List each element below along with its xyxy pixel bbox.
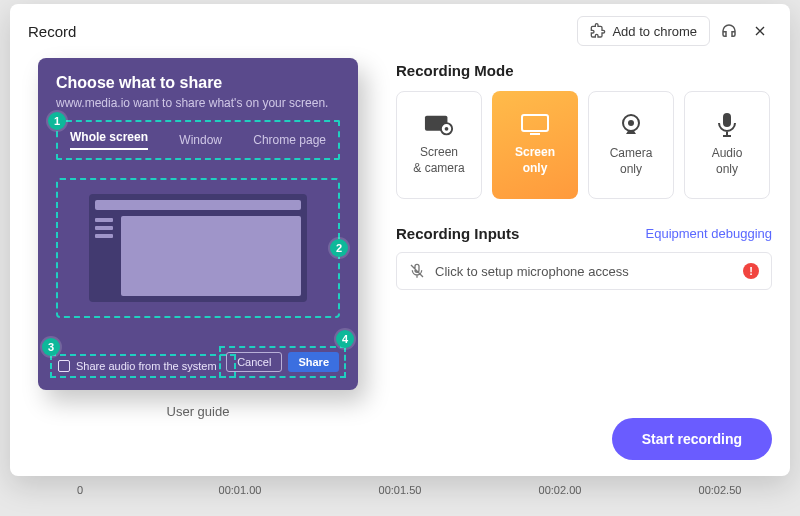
mode-screen-only[interactable]: Screenonly	[492, 91, 578, 199]
left-panel: Choose what to share www.media.io want t…	[28, 58, 368, 419]
timeline-tick: 00:01.50	[320, 484, 480, 496]
svg-point-6	[628, 120, 634, 126]
svg-rect-3	[522, 115, 548, 131]
timeline-tick: 0	[0, 484, 160, 496]
step-marker-4: 4	[336, 330, 354, 348]
recording-inputs-heading: Recording Inputs	[396, 225, 519, 242]
share-audio-row[interactable]: 3 Share audio from the system	[50, 354, 236, 378]
modal-main: Choose what to share www.media.io want t…	[28, 58, 772, 419]
share-audio-label: Share audio from the system	[76, 360, 217, 372]
share-button[interactable]: Share	[288, 352, 339, 372]
mode-label-l2: only	[523, 161, 548, 175]
share-card: Choose what to share www.media.io want t…	[38, 58, 358, 390]
cancel-button[interactable]: Cancel	[226, 352, 282, 372]
topbar-right: Add to chrome	[577, 16, 772, 46]
mode-label-l1: Camera	[610, 146, 653, 160]
tab-whole-screen[interactable]: Whole screen	[70, 130, 148, 150]
screen-icon	[520, 113, 550, 137]
modal-title: Record	[28, 23, 76, 40]
timeline-tick: 00:01.00	[160, 484, 320, 496]
record-modal: Record Add to chrome Choose what to shar…	[10, 4, 790, 476]
share-card-title: Choose what to share	[56, 74, 340, 92]
right-panel: Recording Mode Screen& camera Screenonly	[396, 58, 772, 419]
step-marker-2: 2	[330, 239, 348, 257]
mode-label-l1: Screen	[420, 145, 458, 159]
step-marker-1: 1	[48, 112, 66, 130]
timeline-ruler: 0 00:01.00 00:01.50 00:02.00 00:02.50	[0, 484, 800, 514]
mode-screen-camera[interactable]: Screen& camera	[396, 91, 482, 199]
mode-label-l2: only	[620, 162, 642, 176]
headset-icon[interactable]	[720, 22, 738, 40]
tab-chrome-page[interactable]: Chrome page	[253, 133, 326, 147]
microphone-setup-row[interactable]: Click to setup microphone access !	[396, 252, 772, 290]
user-guide-label: User guide	[167, 404, 230, 419]
mode-label-l2: & camera	[413, 161, 464, 175]
add-to-chrome-label: Add to chrome	[612, 24, 697, 39]
puzzle-icon	[590, 23, 606, 39]
webcam-icon	[618, 112, 644, 138]
screen-camera-icon	[424, 113, 454, 137]
mode-camera-only[interactable]: Cameraonly	[588, 91, 674, 199]
svg-rect-4	[530, 133, 540, 135]
tab-window[interactable]: Window	[179, 133, 222, 147]
mode-label-l2: only	[716, 162, 738, 176]
mode-label-l1: Screen	[515, 145, 555, 159]
recording-inputs-header: Recording Inputs Equipment debugging	[396, 225, 772, 242]
microphone-muted-icon	[409, 263, 425, 279]
recording-mode-heading: Recording Mode	[396, 62, 772, 79]
share-preview-area[interactable]: 2	[56, 178, 340, 318]
start-recording-button[interactable]: Start recording	[612, 418, 772, 460]
recording-mode-options: Screen& camera Screenonly Cameraonly	[396, 91, 772, 199]
microphone-setup-text: Click to setup microphone access	[435, 264, 629, 279]
timeline-tick: 00:02.50	[640, 484, 800, 496]
screen-preview-icon	[89, 194, 307, 303]
timeline-tick: 00:02.00	[480, 484, 640, 496]
share-actions: 4 Cancel Share	[219, 346, 346, 378]
svg-rect-7	[723, 113, 731, 127]
warning-icon: !	[743, 263, 759, 279]
modal-topbar: Record Add to chrome	[28, 14, 772, 52]
add-to-chrome-button[interactable]: Add to chrome	[577, 16, 710, 46]
share-tabs-row: 1 Whole screen Window Chrome page	[56, 120, 340, 160]
share-card-subtitle: www.media.io want to share what's on you…	[56, 96, 340, 110]
equipment-debugging-link[interactable]: Equipment debugging	[646, 226, 773, 241]
microphone-icon	[716, 112, 738, 138]
mode-label-l1: Audio	[712, 146, 743, 160]
svg-point-2	[445, 127, 449, 131]
close-icon[interactable]	[748, 19, 772, 43]
mode-audio-only[interactable]: Audioonly	[684, 91, 770, 199]
step-marker-3: 3	[42, 338, 60, 356]
share-audio-checkbox[interactable]	[58, 360, 70, 372]
